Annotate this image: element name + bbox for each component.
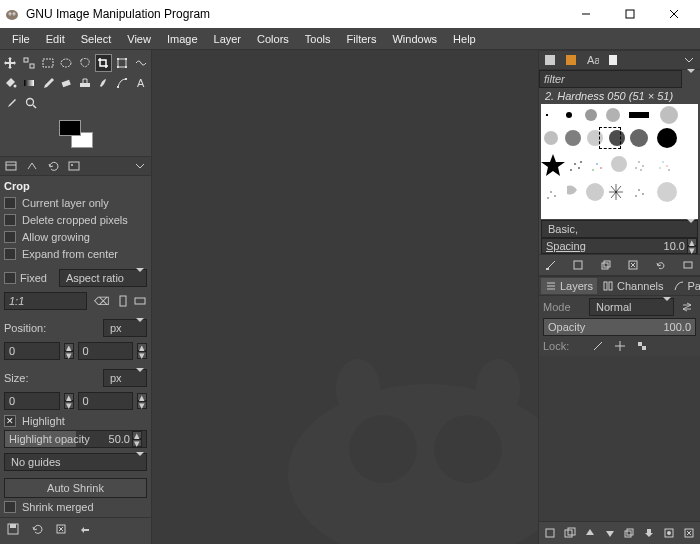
- delete-preset-icon[interactable]: [52, 520, 70, 538]
- tab-menu-icon[interactable]: [131, 158, 149, 174]
- menu-help[interactable]: Help: [445, 31, 484, 47]
- tab-undo-history[interactable]: [44, 158, 62, 174]
- duplicate-brush-icon[interactable]: [598, 257, 614, 273]
- spacing-spinner[interactable]: ▴▾: [687, 238, 697, 254]
- menu-image[interactable]: Image: [159, 31, 206, 47]
- tab-patterns[interactable]: [562, 52, 580, 68]
- fg-color-swatch[interactable]: [59, 120, 81, 136]
- tool-bucket[interactable]: [2, 74, 19, 92]
- lock-position-icon[interactable]: [611, 338, 629, 354]
- brush-filter-input[interactable]: filter: [539, 70, 682, 88]
- canvas-area[interactable]: [152, 50, 538, 544]
- new-layer-icon[interactable]: [542, 525, 558, 541]
- menu-layer[interactable]: Layer: [206, 31, 250, 47]
- position-x-input[interactable]: 0: [4, 342, 60, 360]
- menu-view[interactable]: View: [119, 31, 159, 47]
- merge-down-icon[interactable]: [641, 525, 657, 541]
- edit-brush-icon[interactable]: [543, 257, 559, 273]
- guides-dropdown[interactable]: No guides: [4, 453, 147, 471]
- new-brush-icon[interactable]: [570, 257, 586, 273]
- check-current-layer[interactable]: [4, 197, 16, 209]
- fixed-mode-dropdown[interactable]: Aspect ratio: [59, 269, 147, 287]
- menu-colors[interactable]: Colors: [249, 31, 297, 47]
- menu-edit[interactable]: Edit: [38, 31, 73, 47]
- tab-images[interactable]: [65, 158, 83, 174]
- check-allow-growing[interactable]: [4, 231, 16, 243]
- tool-zoom[interactable]: [22, 94, 40, 112]
- tool-clone[interactable]: [77, 74, 94, 92]
- tab-channels[interactable]: Channels: [598, 278, 667, 294]
- tool-gradient[interactable]: [21, 74, 38, 92]
- position-y-spinner[interactable]: ▴▾: [137, 343, 147, 359]
- tab-brushes[interactable]: [541, 52, 559, 68]
- auto-shrink-button[interactable]: Auto Shrink: [4, 478, 147, 498]
- menu-select[interactable]: Select: [73, 31, 120, 47]
- save-preset-icon[interactable]: [4, 520, 22, 538]
- refresh-brush-icon[interactable]: [653, 257, 669, 273]
- check-delete-cropped[interactable]: [4, 214, 16, 226]
- tool-paintbrush[interactable]: [39, 74, 56, 92]
- layers-list[interactable]: [539, 356, 700, 521]
- tool-ellipse-select[interactable]: [58, 54, 75, 72]
- lower-layer-icon[interactable]: [602, 525, 618, 541]
- landscape-icon[interactable]: [133, 295, 147, 307]
- tool-unified-transform[interactable]: [114, 54, 131, 72]
- close-button[interactable]: [652, 0, 696, 28]
- mode-switch-icon[interactable]: [678, 299, 696, 315]
- tool-smudge[interactable]: [95, 74, 112, 92]
- menu-file[interactable]: File: [4, 31, 38, 47]
- position-unit-dropdown[interactable]: px: [103, 319, 147, 337]
- size-unit-dropdown[interactable]: px: [103, 369, 147, 387]
- position-x-spinner[interactable]: ▴▾: [64, 343, 74, 359]
- brush-preset-dropdown[interactable]: Basic,: [541, 220, 698, 238]
- open-as-image-icon[interactable]: [680, 257, 696, 273]
- delete-brush-icon[interactable]: [625, 257, 641, 273]
- tool-text[interactable]: A: [132, 74, 149, 92]
- highlight-opacity-slider[interactable]: Highlight opacity 50.0 ▴▾: [4, 430, 147, 448]
- maximize-button[interactable]: [608, 0, 652, 28]
- size-h-spinner[interactable]: ▴▾: [137, 393, 147, 409]
- tab-tool-options[interactable]: [2, 158, 20, 174]
- raise-layer-icon[interactable]: [582, 525, 598, 541]
- tab-fonts[interactable]: Aa: [583, 52, 601, 68]
- check-shrink-merged[interactable]: [4, 501, 16, 513]
- minimize-button[interactable]: [564, 0, 608, 28]
- size-w-spinner[interactable]: ▴▾: [64, 393, 74, 409]
- lock-pixels-icon[interactable]: [589, 338, 607, 354]
- size-h-input[interactable]: 0: [78, 392, 134, 410]
- new-group-icon[interactable]: [562, 525, 578, 541]
- tab-paths[interactable]: Paths: [669, 278, 700, 294]
- mask-layer-icon[interactable]: [661, 525, 677, 541]
- menu-windows[interactable]: Windows: [384, 31, 445, 47]
- tool-crop[interactable]: [95, 54, 112, 72]
- brush-grid[interactable]: [541, 104, 698, 219]
- fixed-value-input[interactable]: 1:1: [4, 292, 87, 310]
- filter-dropdown-icon[interactable]: [682, 71, 700, 87]
- menu-filters[interactable]: Filters: [339, 31, 385, 47]
- clear-icon[interactable]: ⌫: [91, 295, 113, 308]
- check-fixed[interactable]: [4, 272, 16, 284]
- tool-warp[interactable]: [132, 54, 149, 72]
- tool-move[interactable]: [2, 54, 19, 72]
- tool-paths[interactable]: [114, 74, 131, 92]
- spacing-value[interactable]: 10.0: [662, 240, 687, 252]
- size-w-input[interactable]: 0: [4, 392, 60, 410]
- highlight-opacity-spinner[interactable]: ▴▾: [132, 431, 142, 447]
- menu-tools[interactable]: Tools: [297, 31, 339, 47]
- reset-preset-icon[interactable]: [76, 520, 94, 538]
- tool-align[interactable]: [21, 54, 38, 72]
- layer-opacity-slider[interactable]: Opacity 100.0: [543, 318, 696, 336]
- position-y-input[interactable]: 0: [78, 342, 134, 360]
- tab-device-status[interactable]: [23, 158, 41, 174]
- portrait-icon[interactable]: [117, 294, 129, 308]
- fg-bg-color[interactable]: [59, 120, 93, 148]
- tool-color-picker[interactable]: [2, 94, 20, 112]
- tab-layers[interactable]: Layers: [541, 278, 597, 294]
- tab-menu-icon[interactable]: [680, 52, 698, 68]
- check-expand-center[interactable]: [4, 248, 16, 260]
- tool-rect-select[interactable]: [39, 54, 56, 72]
- duplicate-layer-icon[interactable]: [621, 525, 637, 541]
- tab-document-history[interactable]: [604, 52, 622, 68]
- delete-layer-icon[interactable]: [681, 525, 697, 541]
- lock-alpha-icon[interactable]: [633, 338, 651, 354]
